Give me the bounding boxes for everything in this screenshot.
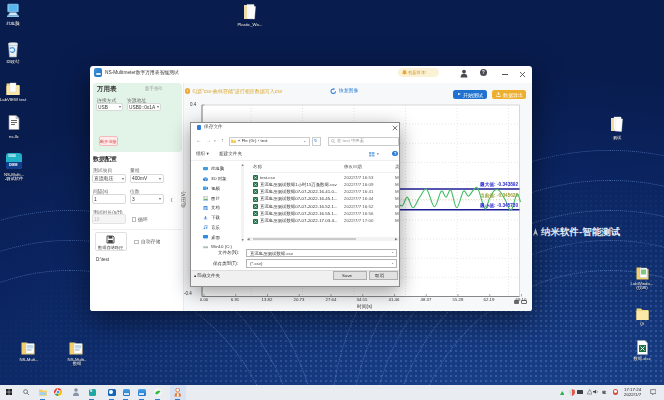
svg-text:电压(V): 电压(V) [181, 191, 186, 207]
